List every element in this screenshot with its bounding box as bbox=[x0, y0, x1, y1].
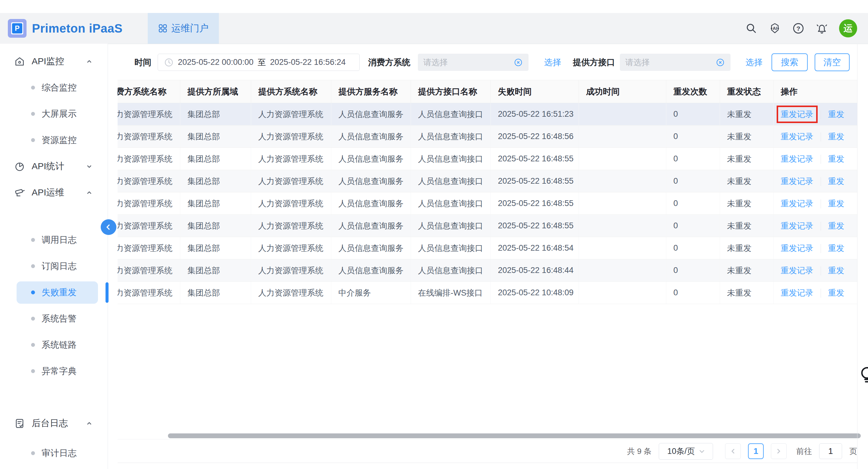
resend-link[interactable]: 重发 bbox=[828, 199, 844, 208]
sidebar-item-resource-monitoring[interactable]: 资源监控 bbox=[0, 127, 107, 153]
page-size-select[interactable]: 10条/页 bbox=[659, 443, 713, 460]
resend-record-link[interactable]: 重发记录 bbox=[781, 132, 813, 141]
clear-button[interactable]: 清空 bbox=[815, 53, 849, 71]
tab-ops-portal[interactable]: 运维门户 bbox=[148, 13, 219, 44]
next-page-button[interactable] bbox=[771, 443, 786, 459]
resend-link[interactable]: 重发 bbox=[828, 244, 844, 253]
resend-link[interactable]: 重发 bbox=[828, 288, 844, 297]
table-cell: 0 bbox=[666, 103, 720, 125]
resend-link[interactable]: 重发 bbox=[828, 266, 844, 275]
sidebar-group-label: API运维 bbox=[32, 186, 64, 199]
help-icon[interactable]: ? bbox=[792, 22, 805, 35]
table-cell: 人力资源管理系统 bbox=[118, 148, 180, 170]
resend-link[interactable]: 重发 bbox=[828, 154, 844, 164]
sidebar-item-system-alarms[interactable]: 系统告警 bbox=[0, 305, 107, 332]
content-right-divider bbox=[857, 44, 858, 469]
table-cell: 集团总部 bbox=[180, 282, 251, 304]
apps-grid-icon bbox=[158, 24, 167, 33]
resend-record-link[interactable]: 重发记录 bbox=[781, 199, 813, 208]
bullet-dot-icon bbox=[31, 86, 35, 90]
clear-circle-icon[interactable] bbox=[715, 58, 725, 67]
bullet-dot-icon bbox=[31, 112, 35, 116]
column-header: 重发次数 bbox=[666, 80, 720, 103]
header: P Primeton iPaaS 运维门户 bbox=[0, 13, 868, 44]
ai-assistant-icon[interactable]: AI bbox=[769, 22, 781, 35]
table-cell: 2025-05-22 16:48:55 bbox=[491, 170, 579, 193]
sidebar-group-backend-logs[interactable]: 后台日志 bbox=[0, 410, 107, 436]
table-cell: 集团总部 bbox=[180, 148, 251, 170]
home-icon bbox=[14, 56, 25, 67]
resend-record-link[interactable]: 重发记录 bbox=[781, 288, 813, 297]
table-cell: 人力资源管理系统 bbox=[251, 282, 331, 304]
bullet-dot-icon bbox=[31, 238, 35, 242]
table-cell: 人力资源管理系统 bbox=[251, 193, 331, 215]
table-row: 人力资源管理系统 集团总部 人力资源管理系统 人员信息查询服务 人员信息查询接口… bbox=[118, 103, 857, 125]
sidebar-item-big-screen[interactable]: 大屏展示 bbox=[0, 101, 107, 127]
user-avatar[interactable]: 运 bbox=[839, 19, 857, 37]
table-cell bbox=[579, 259, 666, 282]
consumer-select-link[interactable]: 选择 bbox=[544, 54, 561, 71]
resend-record-link[interactable]: 重发记录 bbox=[781, 177, 813, 186]
table-cell: 在线编排-WS接口 bbox=[411, 282, 491, 304]
search-button[interactable]: 搜索 bbox=[772, 53, 808, 71]
table-cell: 未重发 bbox=[720, 282, 773, 304]
consumer-system-select[interactable]: 请选择 bbox=[418, 54, 529, 71]
resend-record-link[interactable]: 重发记录 bbox=[781, 110, 813, 119]
sidebar-item-call-logs[interactable]: 调用日志 bbox=[0, 227, 107, 253]
table-cell: 集团总部 bbox=[180, 193, 251, 215]
resend-link[interactable]: 重发 bbox=[828, 132, 844, 141]
resend-link[interactable]: 重发 bbox=[828, 177, 844, 186]
provider-interface-select[interactable]: 请选择 bbox=[620, 54, 731, 71]
sidebar-group-api-statistics[interactable]: API统计 bbox=[0, 153, 107, 179]
resend-record-link[interactable]: 重发记录 bbox=[781, 266, 813, 275]
table-cell: 人力资源管理系统 bbox=[251, 237, 331, 259]
sidebar-item-integrated-monitoring[interactable]: 综合监控 bbox=[0, 75, 107, 101]
bullet-dot-icon bbox=[31, 264, 35, 268]
bell-icon[interactable] bbox=[815, 22, 828, 35]
sidebar-item-audit-logs[interactable]: 审计日志 bbox=[0, 440, 107, 466]
sidebar-item-system-links[interactable]: 系统链路 bbox=[0, 332, 107, 358]
resend-record-link[interactable]: 重发记录 bbox=[781, 154, 813, 164]
prev-page-button[interactable] bbox=[725, 443, 741, 459]
table-cell bbox=[579, 237, 666, 259]
time-range-input[interactable]: 2025-05-22 00:00:00 至 2025-05-22 16:56:2… bbox=[158, 54, 360, 71]
provider-select-link[interactable]: 选择 bbox=[746, 54, 763, 71]
sidebar-group-label: API统计 bbox=[32, 160, 64, 173]
sidebar-group-label: API监控 bbox=[32, 55, 64, 67]
chevron-up-icon bbox=[85, 188, 93, 197]
sidebar-collapse-button[interactable] bbox=[101, 219, 116, 235]
sidebar-item-label: 失败重发 bbox=[41, 287, 76, 299]
table-cell: 未重发 bbox=[720, 193, 773, 215]
chevron-up-icon bbox=[85, 57, 93, 66]
bullet-dot-icon bbox=[31, 290, 35, 294]
sidebar-item-exception-dictionary[interactable]: 异常字典 bbox=[0, 358, 107, 384]
clear-circle-icon[interactable] bbox=[514, 58, 523, 67]
column-header: 提供方所属域 bbox=[180, 80, 251, 103]
logo: P Primeton iPaaS bbox=[8, 13, 122, 44]
current-page-button[interactable]: 1 bbox=[748, 443, 764, 459]
table-cell: 人员信息查询服务 bbox=[331, 193, 411, 215]
sidebar-item-failure-resend[interactable]: 失败重发 bbox=[17, 282, 98, 304]
table-cell: 人力资源管理系统 bbox=[118, 170, 180, 193]
time-end-value: 2025-05-22 16:56:24 bbox=[270, 58, 346, 67]
goto-page-input[interactable] bbox=[819, 443, 842, 459]
table-cell: 未重发 bbox=[720, 259, 773, 282]
search-icon[interactable] bbox=[745, 22, 758, 35]
table-cell: 中介服务 bbox=[331, 282, 411, 304]
log-document-icon bbox=[14, 418, 25, 429]
column-header: 提供方服务名称 bbox=[331, 80, 411, 103]
table-cell: 人员信息查询接口 bbox=[411, 125, 491, 148]
resend-link[interactable]: 重发 bbox=[828, 110, 844, 119]
resend-record-link[interactable]: 重发记录 bbox=[781, 244, 813, 253]
table-row: 人力资源管理系统 集团总部 人力资源管理系统 人员信息查询服务 人员信息查询接口… bbox=[118, 170, 857, 193]
sidebar-group-api-operations[interactable]: API运维 bbox=[0, 179, 107, 206]
horizontal-scrollbar-thumb[interactable] bbox=[168, 433, 861, 438]
resend-record-link[interactable]: 重发记录 bbox=[781, 222, 813, 230]
sidebar-item-subscription-logs[interactable]: 订阅日志 bbox=[0, 253, 107, 279]
sidebar-item-label: 异常字典 bbox=[41, 365, 76, 377]
lightbulb-icon[interactable] bbox=[858, 365, 868, 385]
resend-link[interactable]: 重发 bbox=[828, 222, 844, 230]
table-cell: 0 bbox=[666, 170, 720, 193]
sidebar-group-api-monitoring[interactable]: API监控 bbox=[0, 48, 107, 75]
table-row: 人力资源管理系统 集团总部 人力资源管理系统 人员信息查询服务 人员信息查询接口… bbox=[118, 148, 857, 170]
